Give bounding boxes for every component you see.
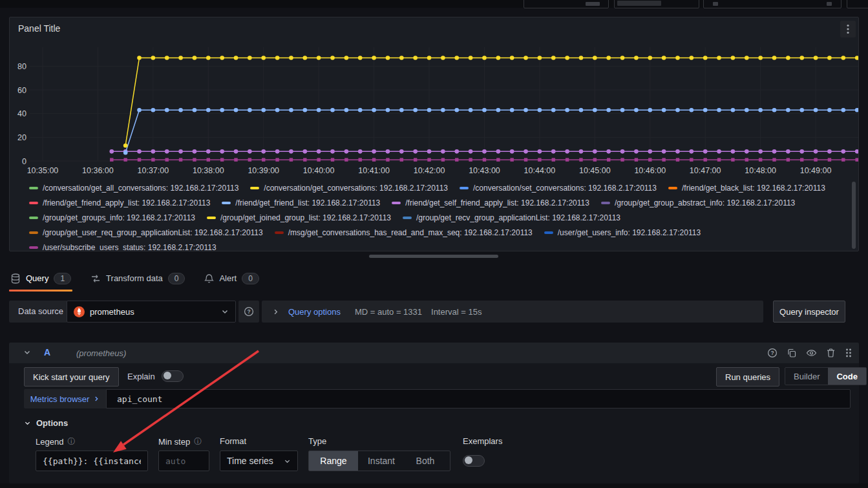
series-color-marker — [29, 217, 38, 219]
series-label: /group/get_joined_group_list: 192.168.2.… — [220, 213, 391, 222]
delete-query-icon[interactable] — [826, 348, 836, 358]
builder-mode-option[interactable]: Builder — [785, 368, 828, 385]
type-range-option[interactable]: Range — [309, 451, 358, 471]
topbar-control[interactable] — [524, 0, 609, 8]
metrics-browser-label: Metrics browser — [30, 394, 90, 404]
datasource-picker[interactable]: prometheus — [67, 301, 236, 323]
bottom-edge — [0, 483, 868, 488]
legend-item[interactable]: /msg/get_conversations_has_read_and_max_… — [275, 225, 533, 240]
exemplars-toggle[interactable] — [463, 455, 485, 467]
legend-item[interactable]: /group/get_group_abstract_info: 192.168.… — [601, 195, 795, 210]
legend-item[interactable]: /user/subscribe_users_status: 192.168.2.… — [29, 240, 217, 251]
interval-summary: Interval = 15s — [431, 307, 482, 317]
legend-item[interactable]: /friend/get_friend_apply_list: 192.168.2… — [29, 195, 210, 210]
topbar-control[interactable] — [614, 0, 699, 8]
legend-item[interactable]: /conversation/set_conversations: 192.168… — [460, 180, 657, 195]
svg-text:60: 60 — [17, 86, 26, 95]
tab-query[interactable]: Query 1 — [9, 265, 72, 292]
topbar-control[interactable] — [847, 0, 868, 8]
explain-toggle[interactable] — [162, 370, 184, 382]
series-label: /conversation/get_all_conversations: 192… — [43, 184, 238, 193]
run-queries-button[interactable]: Run queries — [716, 367, 779, 387]
legend-item[interactable]: /friend/get_self_friend_apply_list: 192.… — [392, 195, 589, 210]
series-label: /conversation/set_conversations: 192.168… — [473, 184, 657, 193]
database-icon — [10, 273, 21, 284]
chevron-right-icon — [272, 308, 279, 315]
time-series-panel: Panel Title 02040608010:35:0010:36:0010:… — [9, 17, 859, 251]
explain-control: Explain — [127, 367, 184, 385]
tab-alert[interactable]: Alert 0 — [203, 265, 260, 292]
min-step-field-label: Min stepⓘ — [158, 436, 202, 447]
legend-item[interactable]: /conversation/get_all_conversations: 192… — [29, 180, 238, 195]
legend-item[interactable]: /group/get_joined_group_list: 192.168.2.… — [207, 210, 391, 225]
datasource-row: Data source prometheus ? Query options M… — [9, 301, 859, 323]
tab-transform-data[interactable]: Transform data 0 — [89, 265, 186, 292]
svg-text:10:44:00: 10:44:00 — [524, 166, 556, 175]
series-color-marker — [460, 187, 469, 189]
legend-item[interactable]: /group/get_recv_group_applicationList: 1… — [403, 210, 620, 225]
collapse-query-icon[interactable] — [23, 348, 31, 356]
svg-text:10:42:00: 10:42:00 — [414, 166, 445, 175]
tab-count-badge: 0 — [168, 273, 185, 284]
svg-text:10:43:00: 10:43:00 — [469, 166, 500, 175]
svg-text:10:48:00: 10:48:00 — [745, 166, 776, 175]
legend-item[interactable]: /group/get_groups_info: 192.168.2.17:201… — [29, 210, 195, 225]
toggle-visibility-icon[interactable] — [806, 348, 817, 358]
series-color-marker — [544, 231, 553, 234]
query-row-header[interactable]: A (prometheus) ? — [9, 343, 859, 363]
svg-text:10:36:00: 10:36:00 — [82, 166, 114, 175]
series-color-marker — [403, 217, 412, 219]
legend-item[interactable]: /user/get_users_info: 192.168.2.17:20113 — [544, 225, 701, 240]
promql-expression-input[interactable] — [106, 389, 851, 408]
tab-label: Query — [26, 273, 48, 283]
editor-tabs: Query 1 Transform data 0 Alert 0 — [9, 265, 859, 292]
legend-item[interactable]: /friend/get_friend_list: 192.168.2.17:20… — [222, 195, 380, 210]
series-color-marker — [29, 231, 38, 234]
datasource-label: Data source — [9, 301, 72, 323]
help-icon[interactable]: ? — [767, 348, 778, 358]
legend-item[interactable]: /friend/get_black_list: 192.168.2.17:201… — [668, 180, 825, 195]
series-color-marker — [668, 187, 677, 189]
svg-text:10:38:00: 10:38:00 — [193, 166, 224, 175]
info-icon: ⓘ — [67, 436, 75, 447]
series-label: /msg/get_conversations_has_read_and_max_… — [288, 228, 533, 237]
tab-count-badge: 0 — [242, 273, 259, 284]
legend-item[interactable]: /group/get_user_req_group_applicationLis… — [29, 225, 263, 240]
query-inspector-button[interactable]: Query inspector — [773, 301, 845, 323]
series-label: /group/get_groups_info: 192.168.2.17:201… — [43, 213, 195, 222]
type-both-option[interactable]: Both — [405, 451, 446, 471]
info-icon: ⓘ — [194, 436, 202, 447]
svg-text:10:49:00: 10:49:00 — [800, 166, 832, 175]
series-label: /friend/get_friend_list: 192.168.2.17:20… — [235, 198, 380, 207]
svg-text:10:40:00: 10:40:00 — [303, 166, 335, 175]
legend-item[interactable]: /conversation/get_conversations: 192.168… — [250, 180, 448, 195]
query-editor-body: Kick start your query Explain Run querie… — [9, 363, 859, 483]
metrics-browser-button[interactable]: Metrics browser — [24, 389, 106, 408]
query-options-toggle[interactable]: Query options MD = auto = 1331 Interval … — [262, 301, 763, 323]
svg-text:10:41:00: 10:41:00 — [358, 166, 390, 175]
topbar — [0, 0, 868, 8]
duplicate-query-icon[interactable] — [787, 348, 797, 358]
series-color-marker — [250, 187, 259, 189]
tab-count-badge: 1 — [54, 273, 71, 284]
datasource-help-button[interactable]: ? — [238, 301, 259, 323]
legend-format-input[interactable] — [36, 451, 148, 471]
min-step-input[interactable] — [158, 451, 209, 471]
series-label: /conversation/get_conversations: 192.168… — [264, 184, 448, 193]
options-section-toggle[interactable]: Options — [24, 418, 68, 428]
panel-resize-handle[interactable] — [369, 255, 498, 258]
svg-text:10:37:00: 10:37:00 — [138, 166, 169, 175]
prometheus-icon — [74, 306, 85, 317]
time-series-chart[interactable]: 02040608010:35:0010:36:0010:37:0010:38:0… — [10, 17, 859, 179]
topbar-control[interactable] — [703, 0, 842, 8]
format-field-label: Format — [220, 436, 246, 446]
svg-text:10:39:00: 10:39:00 — [248, 166, 279, 175]
format-select[interactable]: Time series — [220, 451, 298, 471]
legend-scrollbar[interactable] — [852, 182, 856, 249]
drag-query-handle-icon[interactable] — [845, 348, 852, 358]
code-mode-option[interactable]: Code — [828, 368, 866, 385]
kick-start-query-button[interactable]: Kick start your query — [24, 367, 119, 387]
query-ref-id: A — [44, 347, 50, 357]
type-instant-option[interactable]: Instant — [358, 451, 405, 471]
exemplars-field-label: Exemplars — [463, 436, 502, 446]
